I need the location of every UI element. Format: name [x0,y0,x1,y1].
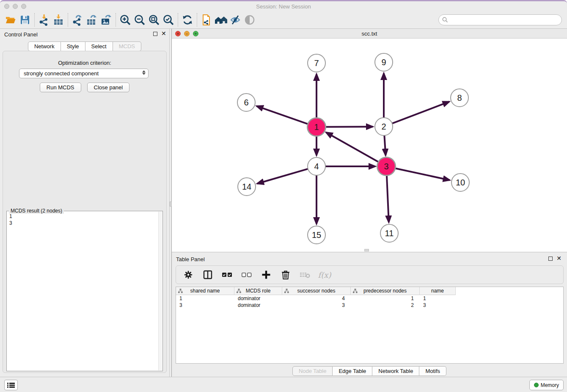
table-cell[interactable]: 1 [420,295,456,302]
graph-node-4[interactable]: 4 [307,157,326,176]
zoom-selected-icon[interactable] [161,13,176,27]
table-panel: Table Panel ✕ f(x) [172,254,567,378]
graph-node-3[interactable]: 3 [377,157,396,176]
toolbar-separator [197,13,197,27]
table-cell[interactable]: 4 [282,295,351,302]
delete-table-icon [300,269,311,280]
search-input[interactable] [450,16,561,24]
graph-node-15[interactable]: 15 [307,226,326,244]
column-type-icon [284,289,289,295]
tab-style[interactable]: Style [61,41,85,51]
graph-node-1[interactable]: 1 [307,117,326,137]
table-cell[interactable]: 1 [351,295,420,302]
table-header-row: shared name MCDS role successor nodes pr… [176,287,563,295]
level-of-detail-icon[interactable] [242,13,257,27]
save-session-icon[interactable] [18,13,32,27]
task-list-icon [7,382,15,388]
table-cell[interactable]: dominator [234,302,282,309]
task-history-button[interactable] [4,380,18,390]
new-column-icon[interactable] [261,269,272,280]
show-columns-icon[interactable] [202,269,213,280]
table-cell[interactable]: dominator [234,295,282,302]
zoom-out-icon[interactable] [132,13,147,27]
memory-status-icon [534,383,539,387]
graph-edge-1-6[interactable] [257,106,308,124]
zoom-fit-icon[interactable] [147,13,161,27]
table-cell[interactable]: 2 [351,302,420,309]
export-image-icon[interactable] [99,13,113,27]
tab-edge-table[interactable]: Edge Table [333,366,372,376]
table-close-icon[interactable]: ✕ [556,255,561,261]
graph-edges [172,39,567,252]
status-bar: Memory [0,377,567,392]
graph-node-9[interactable]: 9 [374,53,393,72]
result-scrollbar[interactable] [158,212,162,370]
network-window-titlebar: ✕ − + scc.txt [172,29,567,39]
tab-mcds[interactable]: MCDS [113,41,141,51]
close-panel-button[interactable]: Close panel [87,83,130,92]
zoom-in-icon[interactable] [118,13,132,27]
deselect-all-icon[interactable] [241,269,252,280]
mcds-result-list[interactable]: 1 3 [7,212,158,370]
tab-network-table[interactable]: Network Table [372,366,419,376]
delete-columns-icon[interactable] [280,269,291,280]
run-mcds-button[interactable]: Run MCDS [40,83,81,92]
function-builder-icon: f(x) [319,269,330,280]
close-panel-icon[interactable]: ✕ [161,30,166,36]
graph-node-11[interactable]: 11 [380,224,399,243]
application-window: Session: New Session [0,0,567,392]
graph-edge-4-14[interactable] [257,169,308,184]
open-session-icon[interactable] [3,13,18,27]
select-all-icon[interactable] [222,269,233,280]
graph-edge-3-1[interactable] [326,133,379,162]
export-network-icon[interactable] [70,13,85,27]
search-field[interactable] [438,14,562,25]
graph-node-2[interactable]: 2 [374,117,393,136]
refresh-view-icon[interactable] [180,13,195,27]
canvas-resize-grip[interactable] [364,249,369,251]
table-body: 1dominator4113dominator323 [176,295,563,309]
graph-edge-3-10[interactable] [395,168,450,180]
tab-motifs[interactable]: Motifs [419,366,446,376]
network-canvas[interactable]: 7968124314101511 [172,39,567,252]
column-header-successor-nodes[interactable]: successor nodes [282,287,351,295]
settings-gear-icon[interactable] [183,269,194,280]
column-header-shared-name[interactable]: shared name [176,287,234,295]
show-hide-graphics-icon[interactable] [228,13,242,27]
table-panel-title: Table Panel [176,256,205,262]
import-table-icon[interactable] [51,13,66,27]
graph-node-10[interactable]: 10 [451,173,470,192]
import-network-icon[interactable] [37,13,51,27]
new-network-from-selection-icon[interactable] [199,13,214,27]
table-cell[interactable]: 3 [420,302,456,309]
graph-edge-2-8[interactable] [392,102,449,123]
graph-edge-3-11[interactable] [387,175,389,222]
memory-button[interactable]: Memory [529,380,564,390]
graph-edge-1-2[interactable] [325,127,373,127]
column-header-predecessor-nodes[interactable]: predecessor nodes [351,287,420,295]
table-cell[interactable]: 1 [176,295,234,302]
float-panel-icon[interactable] [153,32,157,36]
graph-node-6[interactable]: 6 [237,93,256,112]
network-window: ✕ − + scc.txt 7968124314101511 [172,29,567,252]
first-neighbors-icon[interactable] [214,13,228,27]
mcds-result-box: MCDS result (2 nodes) 1 3 [6,211,163,371]
tab-network[interactable]: Network [28,41,61,51]
criterion-dropdown[interactable]: strongly connected component [19,69,149,78]
table-row[interactable]: 3dominator323 [176,302,563,309]
graph-node-14[interactable]: 14 [237,177,256,196]
table-cell[interactable]: 3 [176,302,234,309]
table-cell[interactable]: 3 [282,302,351,309]
tab-select[interactable]: Select [85,41,113,51]
graph-node-8[interactable]: 8 [450,88,469,107]
export-table-icon[interactable] [85,13,99,27]
column-type-icon [237,289,241,295]
table-float-icon[interactable] [548,257,553,261]
graph-edge-2-3[interactable] [384,135,385,155]
criterion-value: strongly connected component [24,70,99,77]
column-header-mcds-role[interactable]: MCDS role [234,287,282,295]
table-row[interactable]: 1dominator411 [176,295,563,302]
column-header-name[interactable]: name [420,287,456,295]
graph-node-7[interactable]: 7 [307,54,326,72]
tab-node-table[interactable]: Node Table [292,366,333,376]
